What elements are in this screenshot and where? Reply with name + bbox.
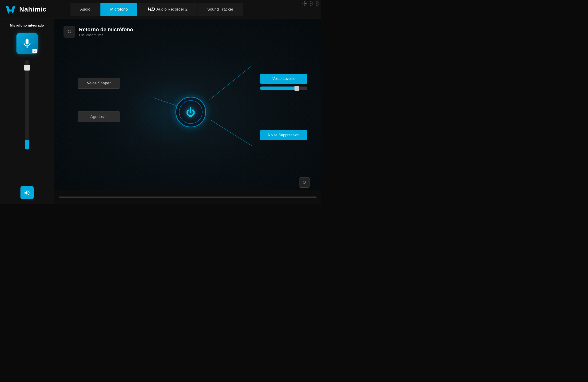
hd-badge: HD <box>147 6 155 12</box>
hd-recorder-label: Audio Recorder 2 <box>156 7 188 12</box>
nav-tabs: Audio Micrófono HD Audio Recorder 2 Soun… <box>71 0 321 19</box>
power-button-inner[interactable]: ⏻ <box>179 101 203 124</box>
minimize-button[interactable]: – <box>309 1 313 6</box>
voice-leveler-fill <box>260 86 297 90</box>
svg-line-2 <box>209 66 252 100</box>
content-area: ↻ Retorno de micrófono Escuchar mi voz ⏻… <box>54 19 321 204</box>
voice-leveler-thumb[interactable] <box>294 86 299 91</box>
nahimic-logo-icon <box>5 3 17 15</box>
svg-marker-0 <box>6 6 15 14</box>
sidebar: Micrófono integrado <box>0 19 54 204</box>
voice-shaper-button[interactable]: Voice Shaper <box>78 78 120 89</box>
speaker-icon <box>24 189 30 196</box>
mic-return-section: ↻ Retorno de micrófono Escuchar mi voz <box>63 26 133 38</box>
close-button[interactable]: ✕ <box>315 1 319 6</box>
glow-effect <box>127 76 221 147</box>
header: Nahimic Audio Micrófono HD Audio Recorde… <box>0 0 321 19</box>
mic-badge <box>32 49 37 53</box>
mic-svg-icon <box>21 38 33 49</box>
microphone-icon-button[interactable] <box>17 33 38 54</box>
mic-return-text: Retorno de micrófono Escuchar mi voz <box>79 27 133 37</box>
power-ring[interactable]: ⏻ <box>175 97 206 127</box>
tab-audio[interactable]: Audio <box>71 3 100 16</box>
mic-return-subtitle: Escuchar mi voz <box>79 33 133 37</box>
logo-area: Nahimic <box>0 3 71 15</box>
volume-slider-fill <box>25 140 29 149</box>
app-title: Nahimic <box>19 6 46 13</box>
agudos-button[interactable]: Agudos + <box>78 111 120 122</box>
power-icon: ⏻ <box>186 107 195 117</box>
noise-suppression-button[interactable]: Noise Suppression <box>260 130 307 140</box>
reset-icon: ↺ <box>302 180 306 185</box>
power-button-center: ⏻ <box>175 97 206 127</box>
svg-line-3 <box>210 120 252 146</box>
volume-slider-thumb[interactable] <box>24 65 30 71</box>
speaker-button[interactable] <box>21 186 34 199</box>
device-label: Micrófono integrado <box>10 23 44 27</box>
bottom-slider[interactable] <box>59 197 316 198</box>
settings-button[interactable]: ⚙ <box>302 1 307 6</box>
tab-hd-recorder[interactable]: HD Audio Recorder 2 <box>138 3 197 16</box>
voice-leveler-button[interactable]: Voice Leveler <box>260 74 307 84</box>
titlebar: ⚙ – ✕ <box>300 0 321 7</box>
volume-slider-container <box>25 60 29 181</box>
bottom-bar <box>54 190 321 204</box>
noise-suppression-group: Noise Suppression <box>260 130 307 140</box>
reset-button[interactable]: ↺ <box>299 177 310 188</box>
mic-return-title: Retorno de micrófono <box>79 27 133 33</box>
mic-return-icon[interactable]: ↻ <box>63 26 75 38</box>
tab-sound-tracker[interactable]: Sound Tracker <box>198 3 243 16</box>
voice-leveler-group: Voice Leveler <box>260 74 307 90</box>
main-layout: Micrófono integrado <box>0 19 321 204</box>
tab-microfono[interactable]: Micrófono <box>101 3 137 16</box>
voice-leveler-slider[interactable] <box>260 86 307 90</box>
volume-slider[interactable] <box>25 60 29 149</box>
